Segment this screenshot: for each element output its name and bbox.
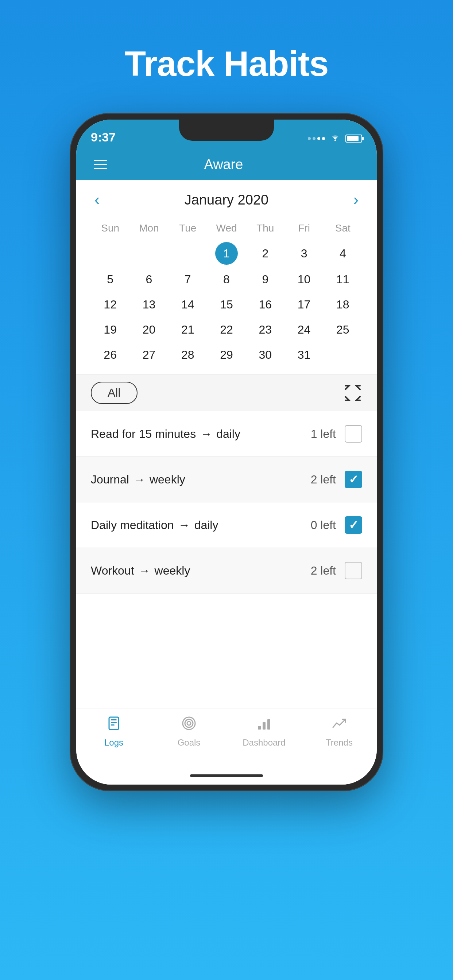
cal-day-3[interactable]: 3: [284, 240, 323, 266]
habit-list: Read for 15 minutes → daily1 leftJournal…: [76, 411, 377, 708]
day-sun: Sun: [91, 220, 129, 237]
tab-logs[interactable]: Logs: [76, 716, 152, 748]
nav-bar: Aware: [76, 149, 377, 180]
page-title: Track Habits: [125, 44, 329, 84]
cal-day-25[interactable]: 25: [324, 318, 362, 342]
habit-name: Workout: [91, 564, 134, 578]
cal-day-7[interactable]: 7: [169, 267, 207, 291]
cal-day-18[interactable]: 18: [324, 293, 362, 317]
home-bar: [190, 775, 263, 777]
cal-day-empty: [169, 240, 207, 266]
habit-arrow-icon: →: [139, 564, 150, 578]
cal-day-29[interactable]: 29: [207, 343, 246, 367]
svg-rect-1: [109, 717, 118, 730]
calendar-header: ‹ January 2020 ›: [91, 191, 362, 208]
habit-name: Journal: [91, 473, 129, 486]
tab-dashboard[interactable]: Dashboard: [226, 716, 301, 748]
habit-item[interactable]: Journal → weekly2 left: [76, 457, 377, 503]
logs-icon: [106, 716, 121, 735]
battery-icon: [345, 135, 362, 143]
cal-day-19[interactable]: 19: [91, 318, 129, 342]
svg-rect-9: [263, 722, 266, 730]
cal-day-11[interactable]: 11: [324, 267, 362, 291]
phone-screen: 9:37: [76, 119, 377, 784]
filter-all-button[interactable]: All: [91, 382, 137, 404]
cal-day-16[interactable]: 16: [246, 293, 284, 317]
habit-name: Read for 15 minutes: [91, 427, 196, 441]
tab-bar: Logs Goals: [76, 708, 377, 766]
svg-rect-8: [258, 726, 261, 730]
filter-section: All: [76, 374, 377, 411]
cal-day-30[interactable]: 30: [246, 343, 284, 367]
tab-logs-label: Logs: [104, 738, 123, 748]
habit-item[interactable]: Daily meditation → daily0 left: [76, 503, 377, 548]
svg-rect-3: [111, 722, 117, 723]
cal-day-27[interactable]: 27: [129, 343, 168, 367]
tab-goals[interactable]: Goals: [152, 716, 226, 748]
cal-day-14[interactable]: 14: [169, 293, 207, 317]
phone-frame: 9:37: [70, 113, 383, 791]
expand-icon[interactable]: [343, 383, 362, 402]
cal-day-4[interactable]: 4: [324, 240, 362, 266]
habit-count: 2 left: [311, 473, 336, 486]
day-sat: Sat: [324, 220, 362, 237]
habit-item[interactable]: Read for 15 minutes → daily1 left: [76, 411, 377, 457]
cal-day-10[interactable]: 10: [284, 267, 323, 291]
next-month-button[interactable]: ›: [350, 191, 362, 208]
tab-dashboard-label: Dashboard: [242, 738, 285, 748]
tab-goals-label: Goals: [178, 738, 201, 748]
habit-frequency: weekly: [155, 564, 190, 578]
habit-checkbox[interactable]: [345, 562, 362, 579]
cal-day-24[interactable]: 24: [284, 318, 323, 342]
goals-icon: [181, 716, 196, 735]
habit-arrow-icon: →: [200, 427, 212, 441]
prev-month-button[interactable]: ‹: [91, 191, 103, 208]
cal-day-17[interactable]: 17: [284, 293, 323, 317]
cal-day-20[interactable]: 20: [129, 318, 168, 342]
tab-trends[interactable]: Trends: [301, 716, 377, 748]
cal-day-26[interactable]: 26: [91, 343, 129, 367]
home-indicator: [76, 766, 377, 784]
day-fri: Fri: [284, 220, 323, 237]
trends-icon: [332, 716, 347, 735]
habit-arrow-icon: →: [179, 519, 190, 532]
hamburger-menu[interactable]: [94, 160, 107, 169]
habit-count: 2 left: [311, 564, 336, 578]
habit-frequency: daily: [216, 427, 240, 441]
habit-item[interactable]: Workout → weekly2 left: [76, 548, 377, 593]
nav-title: Aware: [107, 157, 340, 172]
status-icons: [308, 133, 362, 145]
habit-checkbox[interactable]: [345, 471, 362, 488]
habit-count: 0 left: [311, 519, 336, 532]
cal-day-23[interactable]: 23: [246, 318, 284, 342]
day-mon: Mon: [129, 220, 168, 237]
phone-notch: [179, 119, 274, 141]
cal-day-2[interactable]: 2: [246, 240, 284, 266]
cal-day-9[interactable]: 9: [246, 267, 284, 291]
cal-day-12[interactable]: 12: [91, 293, 129, 317]
cal-day-8[interactable]: 8: [207, 267, 246, 291]
cal-day-5[interactable]: 5: [91, 267, 129, 291]
dashboard-icon: [257, 716, 272, 735]
wifi-icon: [329, 133, 341, 145]
habit-arrow-icon: →: [134, 473, 145, 486]
cal-day-empty: [91, 240, 129, 266]
day-wed: Wed: [207, 220, 246, 237]
cal-day-13[interactable]: 13: [129, 293, 168, 317]
cal-day-1[interactable]: 1: [215, 242, 238, 265]
cal-day-31[interactable]: 31: [284, 343, 323, 367]
cal-day-28[interactable]: 28: [169, 343, 207, 367]
svg-rect-2: [111, 719, 117, 721]
svg-rect-4: [111, 724, 115, 725]
cal-day-22[interactable]: 22: [207, 318, 246, 342]
habit-checkbox[interactable]: [345, 425, 362, 442]
day-tue: Tue: [169, 220, 207, 237]
habit-checkbox[interactable]: [345, 516, 362, 534]
calendar-grid: 1234567891011121314151617181920212223242…: [91, 240, 362, 367]
cal-day-empty: [129, 240, 168, 266]
cal-day-6[interactable]: 6: [129, 267, 168, 291]
signal-icon: [308, 137, 325, 140]
cal-day-21[interactable]: 21: [169, 318, 207, 342]
tab-trends-label: Trends: [326, 738, 353, 748]
cal-day-15[interactable]: 15: [207, 293, 246, 317]
